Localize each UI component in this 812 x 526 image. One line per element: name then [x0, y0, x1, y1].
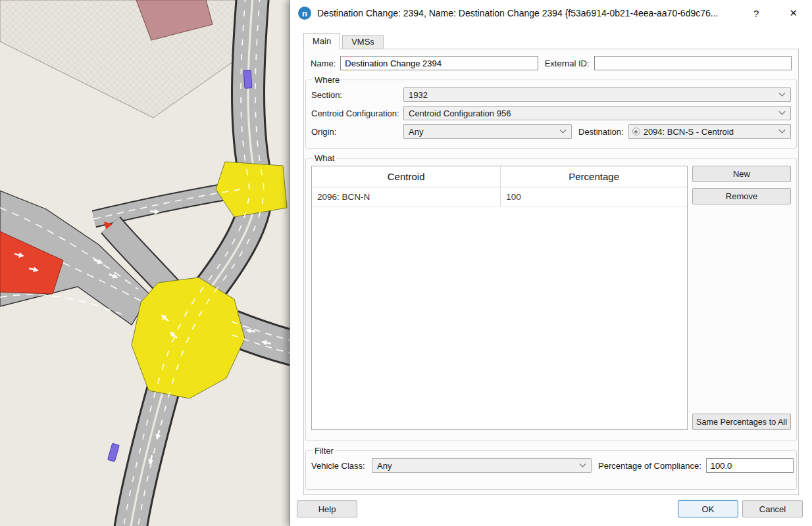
remove-button[interactable]: Remove: [692, 188, 791, 204]
dialog-footer: Help OK Cancel: [297, 500, 803, 517]
filter-row: Vehicle Class: Any Percentage of Complia…: [311, 458, 791, 473]
destination-label: Destination:: [578, 127, 624, 137]
table-actions: New Remove Same Percentages to All: [692, 166, 791, 430]
centroid-configuration-row: Centroid Configuration: Centroid Configu…: [311, 106, 791, 120]
tab-main[interactable]: Main: [303, 33, 340, 49]
origin-label: Origin:: [311, 127, 403, 137]
what-group-title: What: [313, 153, 336, 163]
destination-change-dialog: n Destination Change: 2394, Name: Destin…: [290, 0, 812, 526]
close-icon[interactable]: ✕: [789, 7, 798, 19]
vehicle-class-combobox[interactable]: Any: [372, 458, 592, 473]
where-group-title: Where: [313, 75, 342, 85]
tab-content: Name: External ID: Where Section: 1932 C…: [303, 49, 799, 495]
compliance-label: Percentage of Compliance:: [598, 461, 701, 471]
chevron-down-icon: [779, 108, 786, 114]
cell-percentage[interactable]: 100: [501, 187, 687, 206]
origin-combobox[interactable]: Any: [403, 124, 572, 139]
traffic-map-svg: [0, 0, 290, 526]
help-button[interactable]: Help: [297, 500, 357, 517]
help-icon[interactable]: ?: [753, 8, 759, 19]
tab-vmss[interactable]: VMSs: [342, 35, 384, 49]
destination-combobox-value: 2094: BCN-S - Centroid: [640, 127, 780, 137]
same-percentages-button[interactable]: Same Percentages to All: [692, 414, 791, 430]
cell-centroid[interactable]: 2096: BCN-N: [312, 187, 501, 206]
column-header-centroid[interactable]: Centroid: [312, 166, 501, 187]
what-body: Centroid Percentage 2096: BCN-N 100 New …: [311, 166, 791, 430]
cancel-button[interactable]: Cancel: [742, 500, 803, 517]
vehicle-class-label: Vehicle Class:: [311, 461, 372, 471]
section-label: Section:: [311, 90, 403, 100]
section-combobox-value: 1932: [404, 90, 780, 100]
external-id-input[interactable]: [594, 56, 792, 70]
where-group: Where Section: 1932 Centroid Configurati…: [305, 75, 797, 149]
new-button[interactable]: New: [692, 166, 791, 182]
origin-destination-row: Origin: Any Destination: 2094: BCN-S - C…: [311, 124, 791, 139]
centroid-percentage-table[interactable]: Centroid Percentage 2096: BCN-N 100: [311, 166, 688, 430]
destination-combobox[interactable]: 2094: BCN-S - Centroid: [628, 124, 791, 139]
name-input[interactable]: [340, 56, 538, 70]
filter-group-title: Filter: [313, 446, 336, 456]
spacer: [692, 204, 791, 414]
ok-button[interactable]: OK: [678, 500, 738, 517]
app-logo-icon: n: [298, 7, 311, 20]
chevron-down-icon: [560, 126, 567, 133]
vehicle: [243, 70, 252, 89]
filter-group: Filter Vehicle Class: Any Percentage of …: [305, 446, 797, 490]
radio-icon: [632, 128, 640, 135]
column-header-percentage[interactable]: Percentage: [501, 166, 687, 187]
application-window: n Destination Change: 2394, Name: Destin…: [0, 0, 812, 526]
centroid-configuration-combobox[interactable]: Centroid Configuration 956: [403, 106, 791, 120]
name-row: Name: External ID:: [311, 56, 792, 70]
name-label: Name:: [311, 59, 336, 68]
compliance-input[interactable]: [706, 458, 794, 473]
origin-combobox-value: Any: [404, 127, 561, 137]
what-group: What Centroid Percentage 2096: BCN-N 100: [305, 153, 797, 441]
table-header-row: Centroid Percentage: [312, 166, 687, 187]
section-combobox[interactable]: 1932: [403, 87, 791, 102]
external-id-label: External ID:: [545, 59, 590, 68]
chevron-down-icon: [580, 460, 586, 467]
vehicle-class-combobox-value: Any: [372, 461, 580, 471]
section-row: Section: 1932: [311, 87, 791, 102]
centroid-configuration-combobox-value: Centroid Configuration 956: [404, 108, 780, 118]
table-row[interactable]: 2096: BCN-N 100: [312, 187, 687, 206]
chevron-down-icon: [779, 126, 786, 133]
window-title: Destination Change: 2394, Name: Destinat…: [317, 8, 753, 18]
dialog-titlebar: n Destination Change: 2394, Name: Destin…: [290, 0, 812, 26]
tab-bar: Main VMSs: [303, 33, 386, 49]
chevron-down-icon: [779, 89, 786, 96]
centroid-configuration-label: Centroid Configuration:: [311, 108, 403, 118]
